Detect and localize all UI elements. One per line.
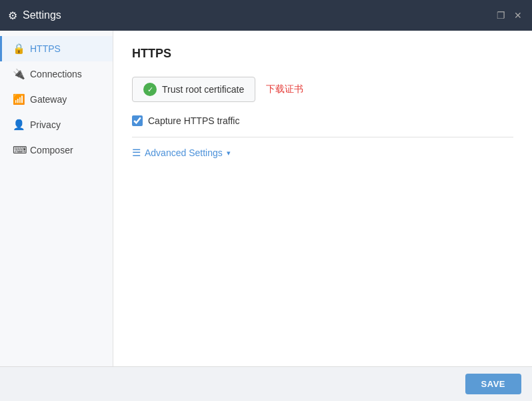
sidebar-item-connections[interactable]: 🔌 Connections <box>0 61 113 87</box>
divider <box>132 137 513 137</box>
connections-icon: 🔌 <box>13 68 25 80</box>
cert-section: ✓ Trust root certificate 下载证书 <box>132 77 513 102</box>
gateway-icon: 📶 <box>13 93 25 105</box>
sidebar-label-connections: Connections <box>30 69 82 79</box>
page-title: HTTPS <box>132 47 513 61</box>
title-bar: ⚙ Settings ❐ ✕ <box>0 0 532 31</box>
capture-https-label: Capture HTTPS traffic <box>148 115 239 126</box>
cert-icon: ✓ <box>143 83 157 96</box>
minimize-button[interactable]: ❐ <box>493 8 508 23</box>
sidebar: 🔒 HTTPS 🔌 Connections 📶 Gateway 👤 Privac… <box>0 31 113 366</box>
composer-icon: ⌨ <box>13 144 25 156</box>
close-button[interactable]: ✕ <box>511 8 525 23</box>
capture-https-row: Capture HTTPS traffic <box>132 115 513 126</box>
chevron-down-icon: ▾ <box>227 149 231 157</box>
title-bar-title: Settings <box>23 9 61 21</box>
sidebar-item-composer[interactable]: ⌨ Composer <box>0 137 113 163</box>
main-layout: 🔒 HTTPS 🔌 Connections 📶 Gateway 👤 Privac… <box>0 31 532 366</box>
sidebar-label-https: HTTPS <box>30 43 61 54</box>
sidebar-item-privacy[interactable]: 👤 Privacy <box>0 112 113 137</box>
footer: SAVE <box>0 366 532 401</box>
sliders-icon: ☰ <box>132 147 141 159</box>
advanced-settings-label: Advanced Settings <box>145 147 223 158</box>
app-window: ⚙ Settings ❐ ✕ 🔒 HTTPS 🔌 Connections 📶 G… <box>0 0 532 401</box>
trust-cert-label: Trust root certificate <box>162 84 244 95</box>
trust-cert-button[interactable]: ✓ Trust root certificate <box>132 77 255 102</box>
settings-icon: ⚙ <box>8 9 17 22</box>
content-area: HTTPS ✓ Trust root certificate 下载证书 Capt… <box>113 31 532 366</box>
save-button[interactable]: SAVE <box>465 374 521 394</box>
privacy-icon: 👤 <box>13 119 25 131</box>
sidebar-label-privacy: Privacy <box>30 119 61 130</box>
download-cert-link[interactable]: 下载证书 <box>266 83 303 95</box>
advanced-settings-row[interactable]: ☰ Advanced Settings ▾ <box>132 147 513 159</box>
sidebar-label-composer: Composer <box>30 145 73 155</box>
sidebar-label-gateway: Gateway <box>30 94 67 105</box>
capture-https-checkbox[interactable] <box>132 115 143 126</box>
title-bar-controls: ❐ ✕ <box>493 8 525 23</box>
sidebar-item-https[interactable]: 🔒 HTTPS <box>0 36 113 61</box>
sidebar-item-gateway[interactable]: 📶 Gateway <box>0 87 113 112</box>
https-icon: 🔒 <box>13 43 25 55</box>
